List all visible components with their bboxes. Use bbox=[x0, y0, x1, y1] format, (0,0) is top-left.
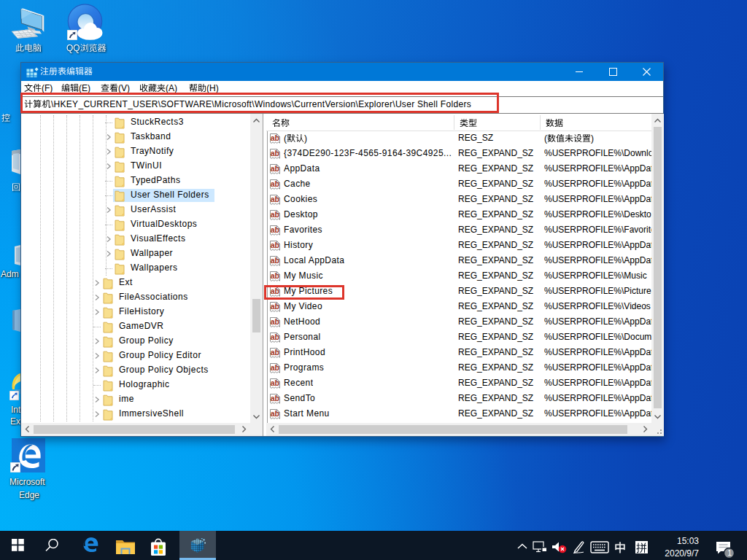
svg-text:): ) bbox=[304, 133, 307, 144]
svg-text:(: ( bbox=[284, 133, 287, 144]
svg-text:(V): (V) bbox=[118, 83, 130, 93]
svg-text:ab: ab bbox=[271, 363, 279, 372]
svg-text:ab: ab bbox=[271, 378, 279, 387]
svg-text:ab: ab bbox=[271, 210, 279, 219]
svg-text:ab: ab bbox=[271, 332, 279, 341]
svg-text:(E): (E) bbox=[79, 83, 90, 93]
svg-text:ab: ab bbox=[271, 164, 279, 173]
svg-text:ab: ab bbox=[271, 256, 279, 265]
svg-text:(A): (A) bbox=[166, 83, 177, 93]
svg-text:): ) bbox=[591, 133, 594, 144]
svg-text:ab: ab bbox=[271, 317, 279, 326]
svg-text:ab: ab bbox=[271, 409, 279, 418]
svg-text:ab: ab bbox=[271, 179, 279, 188]
svg-text:QQ: QQ bbox=[66, 43, 80, 53]
svg-text:ab: ab bbox=[271, 271, 279, 280]
svg-text:(: ( bbox=[544, 133, 547, 144]
svg-text:ab: ab bbox=[271, 149, 279, 158]
svg-text:(H): (H) bbox=[206, 83, 219, 93]
svg-text:ab: ab bbox=[271, 133, 279, 142]
svg-text:ab: ab bbox=[271, 241, 279, 249]
svg-text:ab: ab bbox=[271, 394, 279, 402]
svg-text:ab: ab bbox=[271, 348, 279, 357]
svg-text:(F): (F) bbox=[42, 83, 53, 93]
svg-text:ab: ab bbox=[271, 195, 279, 203]
svg-text:ab: ab bbox=[271, 225, 279, 234]
svg-text:ab: ab bbox=[271, 302, 279, 311]
svg-text:1: 1 bbox=[727, 548, 732, 557]
